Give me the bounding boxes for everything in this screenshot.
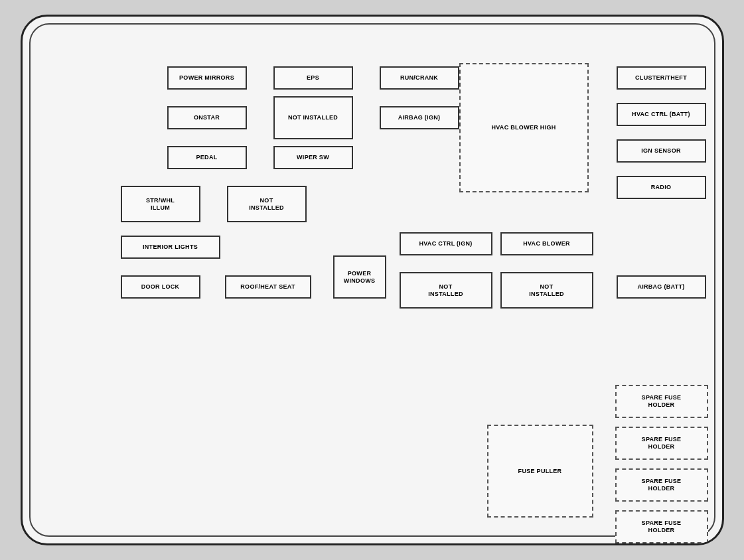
spare-fuse-4: SPARE FUSE HOLDER [615,510,708,543]
hvac-ctrl-ign: HVAC CTRL (IGN) [400,232,492,255]
door-lock: DOOR LOCK [121,275,200,299]
not-installed-2: NOT INSTALLED [227,186,307,222]
radio: RADIO [617,176,706,199]
airbag-batt: AIRBAG (BATT) [617,275,706,299]
fuse-puller: FUSE PULLER [487,425,593,518]
power-windows: POWER WINDOWS [333,255,386,299]
pedal: PEDAL [167,146,247,169]
hvac-ctrl-batt: HVAC CTRL (BATT) [617,103,706,126]
spare-fuse-2: SPARE FUSE HOLDER [615,427,708,460]
not-installed-4: NOT INSTALLED [500,272,593,309]
not-installed-1: NOT INSTALLED [273,96,353,139]
roof-heat-seat: ROOF/HEAT SEAT [225,275,311,299]
hvac-blower-high: HVAC BLOWER HIGH [459,63,589,192]
not-installed-3: NOT INSTALLED [400,272,492,309]
airbag-ign: AIRBAG (IGN) [380,106,459,129]
hvac-blower: HVAC BLOWER [500,232,593,255]
ign-sensor: IGN SENSOR [617,139,706,163]
wiper-sw: WIPER SW [273,146,353,169]
power-mirrors: POWER MIRRORS [167,66,247,90]
cluster-theft: CLUSTER/THEFT [617,66,706,90]
onstar: ONSTAR [167,106,247,129]
eps: EPS [273,66,353,90]
run-crank: RUN/CRANK [380,66,459,90]
fuse-box: POWER MIRRORSEPSRUN/CRANKCLUSTER/THEFTON… [21,15,724,545]
interior-lights: INTERIOR LIGHTS [121,236,220,259]
spare-fuse-1: SPARE FUSE HOLDER [615,385,708,418]
str-whl-illum: STR/WHL ILLUM [121,186,200,222]
spare-fuse-3: SPARE FUSE HOLDER [615,468,708,502]
